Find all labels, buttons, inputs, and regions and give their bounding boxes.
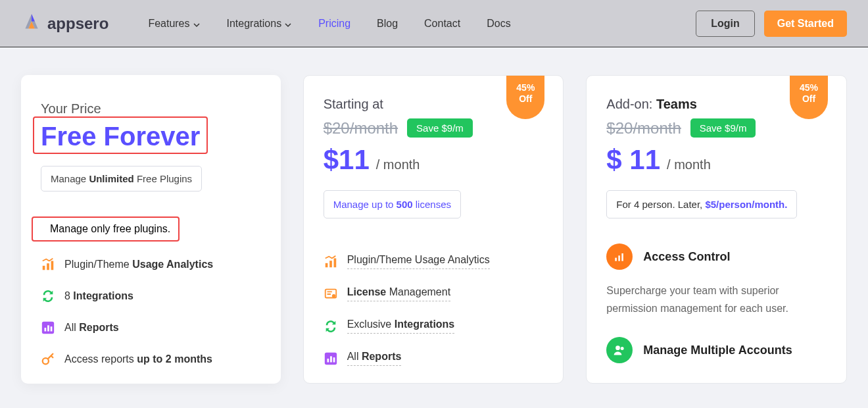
svg-rect-6 (51, 326, 53, 331)
feat-usage-analytics-text: Plugin/Theme Usage Analytics (347, 254, 490, 269)
highlight-free-plugins: Manage only free plugins. (32, 217, 180, 242)
feat-usage-analytics-text: Plugin/Theme Usage Analytics (64, 259, 213, 270)
svg-rect-2 (51, 261, 54, 270)
access-control-desc: Supercharge your team with superior perm… (606, 282, 827, 317)
nav-contact-label: Contact (424, 18, 460, 30)
feat-report-retention-text: Access reports up to 2 months (64, 353, 212, 365)
discount-ribbon: 45% Off (790, 76, 828, 119)
logo-icon (21, 12, 42, 36)
nav-blog[interactable]: Blog (377, 18, 398, 30)
save-badge: Save $9/m (407, 118, 473, 138)
strike-price: $20/month (324, 119, 398, 138)
highlight-free-title: Free Forever (33, 116, 208, 154)
price-unit: / month (667, 157, 711, 172)
svg-rect-16 (333, 357, 335, 362)
pricing-card-teams: 45% Off Add-on: Teams $20/month Save $9/… (586, 75, 847, 384)
nav-blog-label: Blog (377, 18, 398, 30)
svg-point-21 (621, 347, 624, 350)
discount-off: Off (790, 93, 828, 105)
pricing-card-standard: 45% Off Starting at $20/month Save $9/m … (303, 75, 564, 384)
logo-text: appsero (47, 14, 108, 33)
license-icon (324, 287, 338, 301)
nav-contact[interactable]: Contact (424, 18, 460, 30)
feat-reports: All Reports (41, 320, 261, 335)
save-badge: Save $9/m (690, 118, 756, 138)
nav-pricing[interactable]: Pricing (318, 18, 350, 30)
feat-reports-text: All Reports (64, 322, 119, 334)
chevron-down-icon (284, 20, 292, 28)
bar-chart-icon (41, 320, 55, 335)
price-strike-row: $20/month Save $9/m (324, 118, 544, 138)
feat-report-retention: Access reports up to 2 months (41, 352, 261, 367)
header-actions: Login Get Started (696, 11, 847, 37)
svg-rect-4 (45, 328, 47, 332)
nav: Features Integrations Pricing Blog Conta… (148, 18, 696, 30)
svg-rect-9 (329, 261, 332, 267)
nav-features[interactable]: Features (148, 18, 200, 30)
svg-rect-5 (47, 325, 49, 331)
get-started-button[interactable]: Get Started (764, 11, 847, 37)
login-button[interactable]: Login (696, 11, 755, 37)
feat-usage-analytics: Plugin/Theme Usage Analytics (41, 257, 261, 272)
nav-integrations-label: Integrations (227, 18, 282, 30)
feat-all-reports: All Reports (324, 351, 544, 366)
your-price-label: Your Price (41, 101, 261, 116)
svg-rect-8 (325, 263, 327, 267)
sync-icon (41, 289, 55, 303)
manage-multiple-title: Manage Multiple Accounts (643, 344, 792, 357)
chart-icon (41, 257, 55, 272)
license-box: Manage up to 500 licenses (324, 190, 461, 218)
nav-pricing-label: Pricing (318, 18, 350, 30)
svg-point-12 (332, 294, 336, 298)
header: appsero Features Integrations Pricing Bl… (0, 0, 868, 47)
feat-usage-analytics: Plugin/Theme Usage Analytics (324, 254, 544, 269)
svg-rect-10 (333, 258, 336, 267)
strike-price: $20/month (606, 119, 681, 138)
feat-integrations: 8 Integrations (41, 289, 261, 303)
sync-icon (324, 319, 338, 334)
free-features: Manage only free plugins. Plugin/Theme U… (41, 217, 261, 367)
team-box: For 4 person. Later, $5/person/month. (606, 190, 797, 218)
price-row: $ 11 / month (606, 144, 827, 176)
svg-rect-0 (43, 266, 45, 270)
svg-rect-17 (615, 258, 617, 261)
chart-icon (324, 255, 338, 269)
standard-features: Plugin/Theme Usage Analytics License Man… (324, 254, 544, 366)
price-unit: / month (376, 157, 420, 172)
free-pill-bold: Unlimited (89, 173, 133, 184)
svg-point-20 (616, 346, 621, 351)
teams-features: Access Control Supercharge your team wit… (606, 243, 827, 363)
feat-license-mgmt-text: License Management (347, 286, 450, 301)
pricing-grid: Your Price Free Forever Manage Unlimited… (0, 47, 868, 384)
discount-off: Off (506, 93, 544, 105)
feat-exclusive-integrations-text: Exclusive Integrations (347, 319, 455, 334)
access-control-title: Access Control (643, 250, 730, 264)
svg-rect-18 (619, 255, 621, 261)
manage-multiple-head: Manage Multiple Accounts (606, 337, 827, 363)
access-control-icon (606, 243, 633, 270)
discount-pct: 45% (506, 82, 544, 93)
discount-pct: 45% (790, 82, 828, 93)
free-pill-post: Free Plugins (134, 173, 192, 184)
nav-docs[interactable]: Docs (487, 18, 510, 30)
free-pill-pre: Manage (51, 173, 89, 184)
price-amount: $ 11 (606, 144, 660, 176)
access-control-head: Access Control (606, 243, 827, 270)
logo[interactable]: appsero (21, 12, 108, 36)
pricing-card-free: Your Price Free Forever Manage Unlimited… (21, 75, 281, 384)
feat-free-plugins: Manage only free plugins. (50, 223, 170, 235)
svg-rect-1 (47, 263, 49, 270)
free-forever-title: Free Forever (41, 122, 200, 151)
bar-chart-icon (324, 351, 338, 366)
nav-integrations[interactable]: Integrations (227, 18, 293, 30)
chevron-down-icon (193, 20, 201, 28)
free-pill: Manage Unlimited Free Plugins (41, 166, 202, 191)
price-strike-row: $20/month Save $9/m (606, 118, 827, 138)
feat-exclusive-integrations: Exclusive Integrations (324, 319, 544, 334)
feat-integrations-text: 8 Integrations (64, 290, 133, 302)
key-icon (41, 352, 55, 367)
users-icon (606, 337, 633, 363)
svg-rect-14 (327, 359, 329, 363)
svg-rect-15 (330, 356, 332, 362)
price-amount: $11 (324, 144, 370, 176)
